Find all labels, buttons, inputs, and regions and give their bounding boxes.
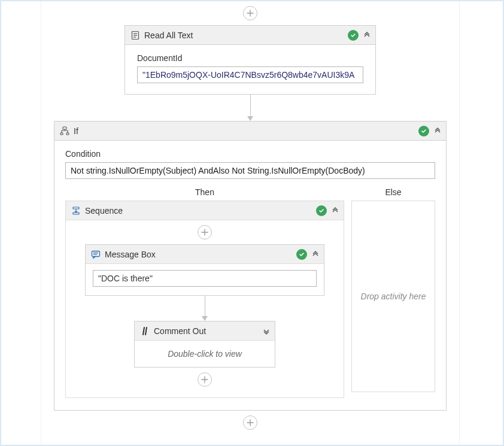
add-activity-button-bottom[interactable] [243,415,257,430]
comment-out-activity[interactable]: Comment Out Double-click to view [134,321,275,368]
then-drop-zone[interactable]: Sequence [65,201,344,398]
documentid-label: DocumentId [137,53,363,63]
message-icon [89,250,102,259]
svg-rect-6 [66,133,69,135]
read-all-text-header[interactable]: Read All Text [125,26,375,45]
workflow-canvas: Read All Text DocumentId [0,0,504,446]
svg-rect-9 [92,251,100,256]
if-activity[interactable]: If Condition Then [54,121,447,411]
connector-arrow [247,95,253,121]
condition-label: Condition [65,149,435,159]
else-drop-zone[interactable]: Drop activity here [351,201,435,392]
sequence-header[interactable]: Sequence [66,201,344,220]
condition-input[interactable] [65,162,435,179]
message-box-activity[interactable]: Message Box [85,244,324,296]
expand-toggle[interactable] [262,326,271,336]
collapse-toggle[interactable] [311,250,320,259]
message-box-title: Message Box [102,250,296,259]
svg-rect-4 [63,127,66,129]
comment-out-title: Comment Out [151,326,262,336]
message-box-header[interactable]: Message Box [86,245,324,264]
if-columns: Then [65,183,435,398]
status-ok-icon [296,249,307,260]
connector-arrow [202,296,208,321]
flow-column: Read All Text DocumentId [49,1,451,435]
sequence-icon [69,206,83,216]
then-label: Then [65,187,344,197]
add-activity-button[interactable] [198,225,212,239]
message-text-input[interactable] [93,270,317,287]
svg-rect-7 [73,207,79,209]
svg-rect-5 [60,133,63,135]
documentid-input[interactable] [137,66,363,83]
sequence-activity[interactable]: Sequence [66,201,344,398]
add-activity-button-top[interactable] [243,6,257,20]
status-ok-icon [418,126,429,136]
collapse-toggle[interactable] [433,126,442,136]
sequence-body: Message Box [66,220,344,398]
if-header[interactable]: If [54,122,446,141]
read-all-text-title: Read All Text [142,31,348,40]
status-ok-icon [316,205,327,216]
sequence-title: Sequence [83,206,316,216]
message-box-body [86,264,324,295]
comment-slash-icon [138,326,151,336]
if-body: Condition Then [54,141,446,410]
then-column: Then [65,183,344,398]
if-icon [58,126,71,136]
add-activity-button[interactable] [198,372,212,387]
else-label: Else [351,187,435,197]
else-column: Else Drop activity here [351,183,435,398]
comment-out-hint[interactable]: Double-click to view [135,341,275,367]
read-all-text-body: DocumentId [125,45,375,94]
else-placeholder: Drop activity here [361,292,426,301]
if-title: If [71,126,418,136]
comment-out-header[interactable]: Comment Out [135,321,275,341]
collapse-toggle[interactable] [330,206,340,216]
read-all-text-activity[interactable]: Read All Text DocumentId [125,25,376,95]
status-ok-icon [348,30,359,41]
collapse-toggle[interactable] [362,31,372,40]
document-lines-icon [129,31,142,40]
